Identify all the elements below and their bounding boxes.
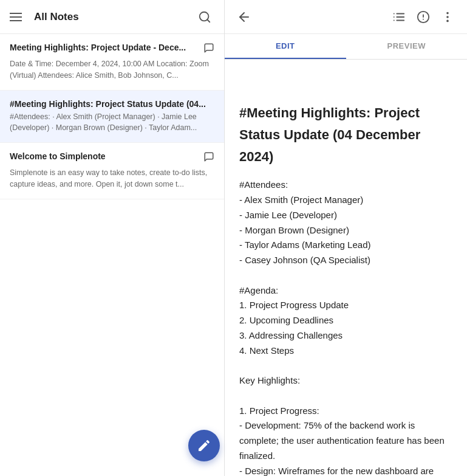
svg-point-13 bbox=[447, 16, 448, 18]
note-editor-body: #Attendees: - Alex Smith (Project Manage… bbox=[239, 179, 447, 476]
svg-point-12 bbox=[447, 12, 448, 13]
note-preview: Date & Time: December 4, 2024, 10:00 AM … bbox=[10, 58, 214, 81]
note-item-header: #Meeting Highlights: Project Status Upda… bbox=[10, 99, 214, 109]
note-preview: #Attendees: · Alex Smith (Project Manage… bbox=[10, 111, 214, 134]
note-editor[interactable]: #Meeting Highlights: Project Status Upda… bbox=[239, 72, 452, 476]
svg-point-14 bbox=[447, 20, 448, 21]
tabs-bar: EDIT PREVIEW bbox=[225, 34, 467, 60]
tab-preview[interactable]: PREVIEW bbox=[346, 34, 468, 59]
more-options-icon[interactable] bbox=[438, 7, 457, 27]
note-item-header: Meeting Highlights: Project Update - Dec… bbox=[10, 43, 214, 56]
header-actions bbox=[389, 7, 457, 27]
note-preview: Simplenote is an easy way to take notes,… bbox=[10, 167, 214, 190]
note-title: Meeting Highlights: Project Update - Dec… bbox=[10, 43, 199, 52]
tab-edit[interactable]: EDIT bbox=[225, 34, 346, 59]
right-panel: EDIT PREVIEW #Meeting Highlights: Projec… bbox=[225, 0, 467, 476]
note-editor-title: #Meeting Highlights: Project Status Upda… bbox=[239, 102, 452, 168]
list-item[interactable]: #Meeting Highlights: Project Status Upda… bbox=[0, 91, 224, 143]
svg-line-1 bbox=[207, 19, 210, 22]
menu-icon[interactable] bbox=[10, 10, 24, 24]
note-title: #Meeting Highlights: Project Status Upda… bbox=[10, 99, 210, 109]
app-title: All Notes bbox=[34, 11, 195, 23]
new-note-button[interactable] bbox=[188, 430, 220, 461]
search-button[interactable] bbox=[195, 7, 214, 27]
list-item[interactable]: Welcome to Simplenote Simplenote is an e… bbox=[0, 143, 224, 199]
back-button[interactable] bbox=[234, 7, 254, 27]
notes-list: Meeting Highlights: Project Update - Dec… bbox=[0, 34, 224, 476]
list-item[interactable]: Meeting Highlights: Project Update - Dec… bbox=[0, 34, 224, 91]
note-title: Welcome to Simplenote bbox=[10, 151, 199, 161]
left-panel: All Notes Meeting Highlights: Project Up… bbox=[0, 0, 225, 476]
info-icon[interactable] bbox=[414, 7, 433, 27]
note-item-header: Welcome to Simplenote bbox=[10, 151, 214, 165]
editor-content[interactable]: #Meeting Highlights: Project Status Upda… bbox=[225, 60, 467, 476]
pin-icon bbox=[203, 151, 214, 165]
right-header bbox=[225, 0, 467, 34]
pin-icon bbox=[203, 43, 214, 56]
left-header: All Notes bbox=[0, 0, 224, 34]
checklist-icon[interactable] bbox=[389, 7, 409, 27]
